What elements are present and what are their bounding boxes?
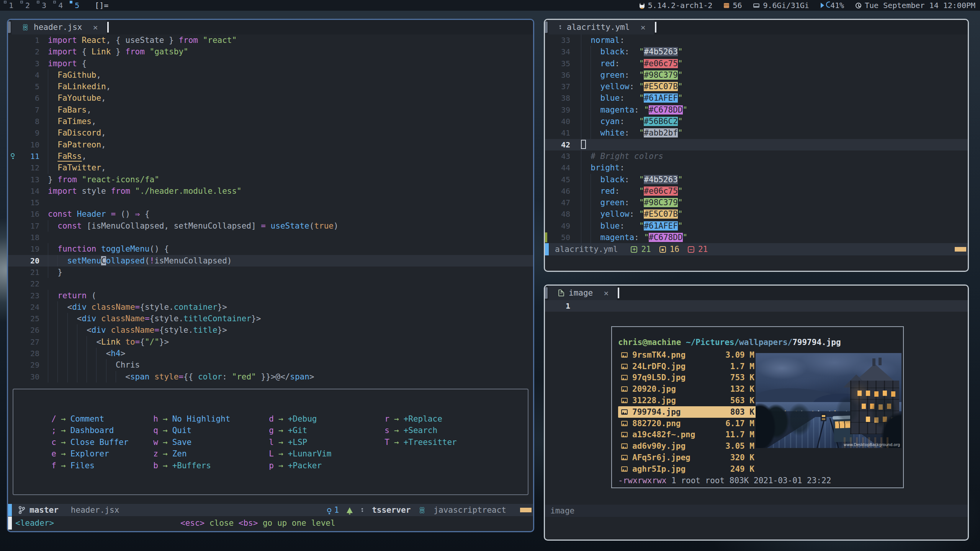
code-line[interactable]: 7FaBars, <box>8 104 533 116</box>
token: bright <box>591 163 620 172</box>
code-line[interactable]: 6FaYoutube, <box>8 92 533 104</box>
file-row-selected: 799794.jpg803 K <box>618 406 758 418</box>
workspace-button-2[interactable]: 2 <box>20 0 30 10</box>
token: return <box>57 291 87 300</box>
code-line[interactable]: 22 <box>8 278 533 289</box>
tab-close-icon[interactable]: × <box>93 23 98 32</box>
workspace-button-4[interactable]: 4 <box>53 0 63 10</box>
code-line[interactable]: 14import style from "./header.module.les… <box>8 185 533 197</box>
whichkey-binding[interactable]: q→Quit <box>150 425 230 436</box>
arrow-icon: → <box>394 425 399 436</box>
git-branch-name[interactable]: master <box>29 505 59 515</box>
workspace-button-3[interactable]: 3 <box>37 0 46 10</box>
code-line[interactable]: 9FaDiscord, <box>8 127 533 139</box>
code-line[interactable]: 16const Header = () ⇒ { <box>8 208 533 220</box>
token: blue <box>600 93 620 103</box>
token: " <box>678 175 683 184</box>
memory-usage: 9.6Gi/31Gi <box>763 1 809 10</box>
code-line[interactable]: 8FaTimes, <box>8 116 533 127</box>
code-line[interactable]: 27<Link to={"/"}> <box>8 336 533 348</box>
whichkey-binding[interactable]: f→Files <box>48 460 128 471</box>
tab-alacritty-yml[interactable]: alacritty.yml × <box>548 20 654 34</box>
code-line[interactable]: 2import { Link } from "gatsby" <box>8 46 533 57</box>
code-line[interactable]: 45black: "#4b5263" <box>545 174 968 185</box>
code-line[interactable]: 43# Bright colors <box>545 150 968 162</box>
whichkey-binding[interactable]: p→+Packer <box>265 460 331 471</box>
code-line[interactable]: 40cyan: "#56B6C2" <box>545 116 968 127</box>
buffer-line-1[interactable]: 1 <box>545 300 968 312</box>
code-line[interactable]: 34black: "#4b5263" <box>545 46 968 57</box>
whichkey-binding[interactable]: L→+LunarVim <box>265 448 331 459</box>
code-line[interactable]: 42 <box>545 139 968 150</box>
diagnostics[interactable]: 1 <box>327 505 339 515</box>
code-line[interactable]: 3import { <box>8 58 533 69</box>
line-number: 43 <box>545 150 570 162</box>
whichkey-binding[interactable]: ;→Dashboard <box>48 425 128 436</box>
whichkey-binding[interactable]: s→+Search <box>381 425 457 436</box>
code-line[interactable]: 25<div className={style.titleContainer}> <box>8 313 533 324</box>
whichkey-binding[interactable]: g→+Git <box>265 425 331 436</box>
code-line[interactable]: 29Chris <box>8 359 533 371</box>
whichkey-binding[interactable]: b→+Buffers <box>150 460 230 471</box>
code-line[interactable]: 37yellow: "#E5C07B" <box>545 81 968 92</box>
code-line[interactable]: 49blue: "#61AFEF" <box>545 220 968 232</box>
whichkey-binding[interactable]: /→Comment <box>48 413 128 425</box>
code-line[interactable]: 4FaGithub, <box>8 69 533 81</box>
whichkey-binding[interactable]: d→+Debug <box>265 413 331 425</box>
code-line[interactable]: 47green: "#98C379" <box>545 197 968 208</box>
code-line[interactable]: 12FaTwitter, <box>8 162 533 173</box>
workspace-button-5[interactable]: 5 <box>70 0 79 10</box>
tab-image[interactable]: image × <box>548 286 617 300</box>
whichkey-binding[interactable]: c→Close Buffer <box>48 437 128 448</box>
whichkey-binding[interactable]: e→Explorer <box>48 448 128 459</box>
code-line[interactable]: 28<h4> <box>8 348 533 359</box>
code-line[interactable]: 5FaLinkedin, <box>8 81 533 92</box>
workspace-button-1[interactable]: 1 <box>4 0 13 10</box>
code-area-topright[interactable]: 33normal:34black: "#4b5263"35red: "#e06c… <box>545 34 968 243</box>
whichkey-binding[interactable]: z→Zen <box>150 448 230 459</box>
tab-close-icon[interactable]: × <box>640 23 645 32</box>
mode-indicator-block <box>545 243 549 255</box>
token: " <box>644 233 649 242</box>
code-line[interactable]: 36green: "#98C379" <box>545 69 968 81</box>
code-line[interactable]: 38blue: "#61AFEF" <box>545 92 968 104</box>
whichkey-binding[interactable]: r→+Replace <box>381 413 457 425</box>
whichkey-binding[interactable]: w→Save <box>150 437 230 448</box>
code-line[interactable]: 18 <box>8 232 533 243</box>
code-line[interactable]: 44bright: <box>545 162 968 173</box>
token: true <box>314 221 334 231</box>
whichkey-binding[interactable]: l→+LSP <box>265 437 331 448</box>
binding-label: No Highlight <box>172 413 231 425</box>
code-line[interactable]: 1import React, { useState } from "react" <box>8 34 533 46</box>
code-line[interactable]: 19function toggleMenu() { <box>8 243 533 255</box>
code-area-left[interactable]: 1import React, { useState } from "react"… <box>8 34 533 383</box>
code-line[interactable]: 13} from "react-icons/fa" <box>8 174 533 185</box>
code-line[interactable]: 11FaRss, <box>8 150 533 162</box>
code-line[interactable]: 26<div className={style.title}> <box>8 324 533 336</box>
tab-header-jsx[interactable]: header.jsx × <box>11 20 106 34</box>
code-line[interactable]: 33normal: <box>545 34 968 46</box>
layout-symbol[interactable]: []= <box>95 1 108 10</box>
code-line[interactable]: 35red: "#e06c75" <box>545 58 968 69</box>
indent-guide <box>581 104 600 116</box>
code-line[interactable]: 30<span style={{ color: "red" }}>@</span… <box>8 371 533 383</box>
code-line[interactable]: 15 <box>8 197 533 208</box>
code-line[interactable]: 48yellow: "#E5C07B" <box>545 208 968 220</box>
code-line[interactable]: 46red: "#e06c75" <box>545 185 968 197</box>
statusline-image: image <box>545 505 968 517</box>
whichkey-binding[interactable]: h→No Highlight <box>150 413 230 425</box>
code-line[interactable]: 39magenta: "#C678DD" <box>545 104 968 116</box>
code-line[interactable]: 50magenta: "#C678DD" <box>545 232 968 243</box>
code-line[interactable]: 23return ( <box>8 290 533 301</box>
code-line[interactable]: 41white: "#abb2bf" <box>545 127 968 139</box>
code-line[interactable]: 24<div className={style.container}> <box>8 301 533 313</box>
code-line[interactable]: 20setMenuCollapsed(!isMenuCollapsed) <box>8 255 533 267</box>
whichkey-binding[interactable]: T→+Treesitter <box>381 437 457 448</box>
arrow-icon: → <box>163 437 168 448</box>
code-text: red: "#e06c75" <box>570 185 683 197</box>
cmdline-left[interactable]: <leader> <esc> close <bs> go up one leve… <box>8 516 533 530</box>
code-line[interactable]: 17const [isMenuCollapsed, setMenuCollaps… <box>8 220 533 232</box>
code-line[interactable]: 21} <box>8 267 533 278</box>
tab-close-icon[interactable]: × <box>604 288 609 298</box>
code-line[interactable]: 10FaPatreon, <box>8 139 533 150</box>
